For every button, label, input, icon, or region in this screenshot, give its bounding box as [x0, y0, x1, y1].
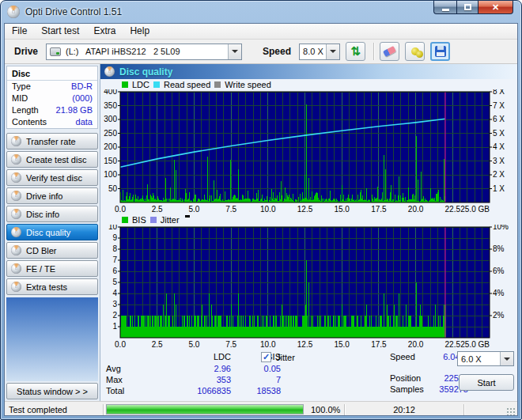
bis-jitter-chart: 123456789102%4%6%8%10%0.02.55.07.510.012…: [100, 225, 517, 350]
sidebar-item-verify-test-disc[interactable]: Verify test disc: [6, 169, 98, 186]
sidebar-item-label: FE / TE: [26, 264, 55, 274]
svg-text:1: 1: [112, 322, 117, 331]
erase-disc-button[interactable]: [380, 42, 399, 61]
sidebar-item-cd-bler[interactable]: CD Bler: [6, 242, 98, 259]
menu-extra[interactable]: Extra: [86, 24, 123, 39]
svg-text:25.0 GB: 25.0 GB: [460, 340, 490, 349]
disc-utility-button[interactable]: [405, 42, 425, 61]
status-window-button[interactable]: Status window > >: [6, 383, 98, 399]
read-speed-legend-label: Read speed: [164, 80, 210, 89]
eraser-icon: [383, 46, 396, 57]
svg-text:150: 150: [104, 157, 117, 165]
speed-result-label: Speed: [390, 352, 415, 361]
minimize-button[interactable]: [433, 1, 456, 14]
total-label: Total: [106, 386, 124, 395]
panel-header: Disc quality: [100, 64, 517, 79]
bis-legend-swatch: [122, 217, 128, 223]
svg-text:300: 300: [104, 115, 117, 123]
refresh-button[interactable]: ⇅: [346, 42, 365, 61]
svg-text:17.5: 17.5: [371, 340, 387, 349]
svg-text:1 X: 1 X: [493, 184, 505, 193]
ldc-legend-label: LDC: [132, 80, 149, 89]
drive-select[interactable]: (L:) ATAPI iHBS212 2 5L09: [46, 44, 242, 60]
app-window: Opti Drive Control 1.51 ✕ File Start tes…: [0, 0, 522, 420]
progress-fill: [107, 405, 303, 414]
svg-text:2: 2: [112, 311, 117, 320]
sidebar-item-disc-quality[interactable]: Disc quality: [6, 224, 98, 240]
svg-text:20.0: 20.0: [408, 205, 424, 214]
sidebar-item-transfer-rate[interactable]: Transfer rate: [6, 133, 98, 149]
start-button[interactable]: Start: [459, 374, 514, 391]
chevron-down-icon: [330, 50, 336, 53]
write-speed-legend-label: Write speed: [225, 80, 271, 89]
sidebar-item-disc-info[interactable]: Disc info: [6, 206, 98, 222]
speed-select-arrow[interactable]: [326, 44, 339, 59]
window-title: Opti Drive Control 1.51: [25, 6, 122, 17]
elapsed-time: 20:12: [393, 405, 415, 414]
menu-file[interactable]: File: [5, 24, 34, 39]
jitter-checkbox[interactable]: ✓: [261, 352, 271, 362]
maximize-button[interactable]: [456, 1, 478, 14]
test-speed-select-arrow[interactable]: [500, 352, 513, 365]
sidebar-item-label: Extra tests: [26, 282, 67, 292]
drive-icon: [50, 47, 61, 56]
app-icon: [7, 6, 20, 18]
sidebar-item-label: Create test disc: [26, 155, 86, 165]
svg-text:400: 400: [104, 89, 117, 96]
svg-text:50: 50: [108, 184, 118, 193]
svg-text:8: 8: [112, 244, 117, 253]
info-label: Type: [12, 81, 31, 92]
svg-text:5: 5: [112, 278, 117, 286]
disc-group-title: Disc: [7, 66, 97, 81]
svg-text:17.5: 17.5: [371, 205, 387, 214]
max-ldc-value: 353: [176, 375, 231, 384]
svg-text:8 X: 8 X: [493, 89, 505, 96]
info-row-mid: MID (000): [7, 93, 97, 104]
disc-icon: [11, 172, 21, 183]
save-button[interactable]: [430, 42, 450, 61]
svg-text:0.0: 0.0: [115, 205, 126, 214]
svg-text:10%: 10%: [493, 225, 509, 231]
sidebar-item-drive-info[interactable]: Drive info: [6, 187, 98, 204]
sidebar-item-fe-te[interactable]: FE / TE: [6, 260, 98, 277]
jitter-legend-label: Jitter: [161, 215, 180, 225]
menu-start-test[interactable]: Start test: [34, 24, 86, 39]
resize-grip[interactable]: [506, 407, 516, 416]
svg-text:200: 200: [104, 142, 117, 151]
menu-help[interactable]: Help: [123, 24, 157, 39]
total-ldc-value: 1066835: [176, 386, 231, 395]
info-label: MID: [12, 93, 28, 104]
svg-text:6: 6: [112, 267, 117, 275]
svg-text:5.0: 5.0: [188, 205, 199, 214]
svg-text:2.5: 2.5: [152, 205, 163, 214]
sidebar-item-create-test-disc[interactable]: Create test disc: [6, 151, 98, 168]
svg-text:6 X: 6 X: [493, 115, 505, 123]
info-value: BD-R: [71, 81, 93, 92]
disc-icon: [11, 227, 21, 237]
svg-text:4%: 4%: [493, 289, 505, 297]
svg-text:22.5: 22.5: [445, 205, 461, 214]
test-speed-select-value: 6.0 X: [458, 354, 500, 364]
drive-select-arrow[interactable]: [228, 44, 241, 59]
svg-text:3: 3: [112, 300, 117, 308]
sidebar-item-extra-tests[interactable]: Extra tests: [6, 278, 98, 295]
chart-bottom-svg: 123456789102%4%6%8%10%0.02.55.07.510.012…: [100, 225, 517, 350]
minimize-icon: [442, 9, 449, 11]
test-speed-select[interactable]: 6.0 X: [457, 351, 514, 366]
speed-select[interactable]: 8.0 X: [299, 44, 340, 60]
bis-chart-legend: BIS Jitter: [100, 214, 517, 225]
info-row-type: Type BD-R: [7, 81, 97, 93]
info-row-contents: Contents data: [7, 116, 97, 128]
screen: Opti Drive Control 1.51 ✕ File Start tes…: [0, 0, 522, 420]
info-value: data: [76, 117, 93, 127]
disc-icon: [11, 245, 21, 255]
ldc-read-speed-chart: 501001502002503003504001 X2 X3 X4 X5 X6 …: [100, 89, 517, 214]
sidebar-item-label: Verify test disc: [26, 173, 82, 183]
legend-note-marker: [185, 215, 190, 218]
avg-label: Avg: [106, 364, 121, 373]
svg-text:5.0: 5.0: [188, 340, 199, 349]
close-button[interactable]: ✕: [478, 1, 513, 14]
svg-text:2 X: 2 X: [493, 170, 505, 179]
results-panel: LDC BIS Avg 2.96 0.05 Max 353 7 Total 10…: [100, 350, 517, 401]
info-value: (000): [72, 93, 93, 104]
